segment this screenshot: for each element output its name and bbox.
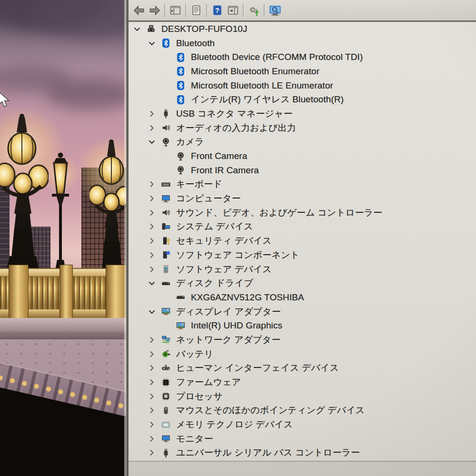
tree-item[interactable]: Front IR Camera bbox=[129, 163, 476, 178]
tree-item[interactable]: DESKTOP-FUFO10J bbox=[129, 22, 476, 36]
chevron-right-icon[interactable] bbox=[148, 435, 156, 443]
tree-item[interactable]: セキュリティ デバイス bbox=[129, 234, 476, 248]
chevron-spacer bbox=[162, 293, 171, 302]
tree-item[interactable]: ユニバーサル シリアル バス コントローラー bbox=[129, 446, 476, 460]
chevron-down-icon[interactable] bbox=[148, 279, 156, 288]
tree-item[interactable]: バッテリ bbox=[129, 347, 476, 361]
scan-hardware-button[interactable] bbox=[246, 2, 262, 19]
chevron-right-icon[interactable] bbox=[148, 336, 156, 344]
tree-item[interactable]: ネットワーク アダプター bbox=[129, 333, 476, 347]
tree-item[interactable]: Intel(R) UHD Graphics bbox=[129, 318, 476, 333]
audio-icon bbox=[161, 123, 171, 133]
tree-item[interactable]: メモリ テクノロジ デバイス bbox=[129, 417, 476, 432]
chevron-down-icon[interactable] bbox=[148, 307, 156, 316]
tree-item[interactable]: ディスク ドライブ bbox=[129, 276, 476, 290]
chevron-right-icon[interactable] bbox=[148, 420, 156, 429]
street-lamp-middle bbox=[48, 151, 73, 270]
device-tree: DESKTOP-FUFO10JBluetoothBluetooth Device… bbox=[129, 20, 476, 462]
chevron-right-icon[interactable] bbox=[148, 448, 156, 457]
memory-icon bbox=[161, 420, 171, 430]
tree-item[interactable]: マウスとそのほかのポインティング デバイス bbox=[129, 404, 476, 418]
toolbar-separator bbox=[185, 4, 187, 17]
chevron-right-icon[interactable] bbox=[148, 237, 156, 245]
device-label: ヒューマン インターフェイス デバイス bbox=[176, 362, 339, 374]
chevron-right-icon[interactable] bbox=[148, 124, 156, 132]
chevron-spacer bbox=[162, 53, 171, 61]
display-icon bbox=[176, 321, 186, 331]
chevron-right-icon[interactable] bbox=[148, 406, 156, 415]
tree-item[interactable]: ファームウェア bbox=[129, 375, 476, 389]
svg-text:?: ? bbox=[215, 7, 219, 14]
device-label: ユニバーサル シリアル バス コントローラー bbox=[176, 446, 360, 459]
device-label: システム デバイス bbox=[176, 220, 253, 233]
toolbar: ? bbox=[129, 0, 476, 20]
forward-button[interactable] bbox=[147, 2, 162, 19]
tree-item[interactable]: サウンド、ビデオ、およびゲーム コントローラー bbox=[129, 206, 476, 220]
bluetooth-icon bbox=[161, 38, 171, 48]
tree-item[interactable]: Bluetooth Device (RFCOMM Protocol TDI) bbox=[129, 50, 476, 64]
help-button[interactable]: ? bbox=[209, 2, 225, 19]
device-label: モニター bbox=[176, 433, 213, 445]
chevron-right-icon[interactable] bbox=[148, 265, 156, 274]
back-button[interactable] bbox=[131, 2, 147, 19]
properties-button[interactable] bbox=[188, 2, 204, 19]
search-computer-button[interactable] bbox=[267, 2, 283, 19]
device-label: Bluetooth bbox=[176, 38, 215, 49]
chevron-right-icon[interactable] bbox=[148, 208, 156, 217]
console-tree-button[interactable] bbox=[168, 2, 183, 19]
camera-icon bbox=[161, 137, 171, 147]
chevron-right-icon[interactable] bbox=[148, 109, 156, 118]
device-label: バッテリ bbox=[176, 348, 213, 360]
tree-item[interactable]: コンピューター bbox=[129, 191, 476, 206]
device-label: DESKTOP-FUFO10J bbox=[161, 24, 248, 34]
chevron-down-icon[interactable] bbox=[148, 138, 156, 146]
tree-item[interactable]: KXG6AZNV512G TOSHIBA bbox=[129, 290, 476, 305]
device-label: メモリ テクノロジ デバイス bbox=[176, 418, 293, 431]
chevron-down-icon[interactable] bbox=[133, 25, 141, 33]
tree-item[interactable]: ソフトウェア コンポーネント bbox=[129, 248, 476, 262]
tree-item[interactable]: キーボード bbox=[129, 178, 476, 192]
device-label: カメラ bbox=[176, 136, 204, 148]
tree-item[interactable]: ディスプレイ アダプター bbox=[129, 305, 476, 319]
mouse-icon bbox=[161, 406, 171, 416]
tree-item[interactable]: Microsoft Bluetooth LE Enumerator bbox=[129, 79, 476, 93]
chevron-right-icon[interactable] bbox=[148, 222, 156, 231]
cloud bbox=[45, 79, 126, 110]
chevron-right-icon[interactable] bbox=[148, 392, 156, 401]
device-label: ソフトウェア コンポーネント bbox=[176, 249, 299, 261]
chevron-spacer bbox=[162, 67, 171, 76]
tree-item[interactable]: プロセッサ bbox=[129, 389, 476, 404]
toolbar-separator bbox=[164, 4, 166, 17]
tree-item[interactable]: モニター bbox=[129, 432, 476, 446]
action-pane-button[interactable] bbox=[225, 2, 241, 19]
chevron-right-icon[interactable] bbox=[148, 194, 156, 203]
chevron-right-icon[interactable] bbox=[148, 364, 156, 372]
tree-item[interactable]: Microsoft Bluetooth Enumerator bbox=[129, 64, 476, 79]
mouse-cursor bbox=[0, 90, 11, 109]
bluetooth-icon bbox=[176, 66, 186, 76]
tree-item[interactable]: USB コネクタ マネージャー bbox=[129, 107, 476, 121]
tree-item[interactable]: インテル(R) ワイヤレス Bluetooth(R) bbox=[129, 92, 476, 107]
chevron-right-icon[interactable] bbox=[148, 180, 156, 188]
tree-item[interactable]: Front Camera bbox=[129, 149, 476, 163]
tree-item[interactable]: システム デバイス bbox=[129, 220, 476, 234]
bluetooth-icon bbox=[176, 95, 186, 105]
chevron-down-icon[interactable] bbox=[148, 39, 156, 48]
device-manager-window: ? DESKTOP-FUFO10JBluetoothBluetooth Devi… bbox=[124, 0, 476, 476]
chevron-spacer bbox=[162, 81, 171, 90]
tree-item[interactable]: ヒューマン インターフェイス デバイス bbox=[129, 361, 476, 376]
tree-item[interactable]: カメラ bbox=[129, 135, 476, 149]
tree-item[interactable]: ソフトウェア デバイス bbox=[129, 262, 476, 277]
tree-item[interactable]: オーディオの入力および出力 bbox=[129, 121, 476, 135]
chevron-right-icon[interactable] bbox=[148, 378, 156, 387]
hid-icon bbox=[161, 363, 171, 373]
tree-item[interactable]: Bluetooth bbox=[129, 36, 476, 50]
display-icon bbox=[161, 307, 171, 317]
chevron-spacer bbox=[162, 152, 171, 160]
keyboard-icon bbox=[161, 179, 171, 189]
bridge-ledge bbox=[0, 318, 126, 332]
device-label: セキュリティ デバイス bbox=[176, 235, 272, 247]
device-label: オーディオの入力および出力 bbox=[176, 122, 296, 134]
chevron-right-icon[interactable] bbox=[148, 350, 156, 358]
chevron-right-icon[interactable] bbox=[148, 251, 156, 259]
